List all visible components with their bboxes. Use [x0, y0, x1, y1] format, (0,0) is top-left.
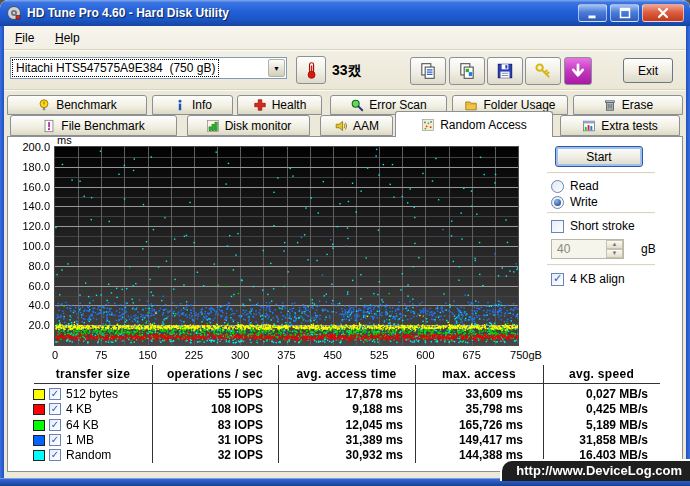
series-checkbox[interactable] — [49, 388, 61, 400]
menu-help[interactable]: Help — [50, 30, 85, 47]
x-tick-label: 75 — [79, 349, 123, 361]
max-access-value: 149,417 ms — [415, 433, 523, 447]
magnifier-icon — [350, 98, 364, 112]
series-color-swatch — [33, 435, 45, 446]
chevron-down-icon[interactable]: ▼ — [268, 59, 285, 77]
y-tick-label: 40.0 — [0, 299, 50, 311]
y-tick-label: 100.0 — [0, 240, 50, 252]
write-radio-label: Write — [570, 195, 598, 209]
drive-selector[interactable]: Hitachi HTS547575A9E384 (750 gB) ▼ — [10, 57, 287, 79]
temperature-button[interactable] — [296, 56, 326, 84]
close-button[interactable] — [642, 4, 684, 22]
y-axis-unit: ms — [57, 134, 72, 146]
series-checkbox[interactable] — [49, 434, 61, 446]
tab-label: Folder Usage — [483, 98, 555, 112]
tab-disk-monitor[interactable]: Disk monitor — [187, 115, 310, 136]
series-checkbox[interactable] — [49, 419, 61, 431]
app-window: HD Tune Pro 4.60 - Hard Disk Utility Fil… — [0, 0, 690, 486]
avg-speed-value: 0,425 MB/s — [543, 402, 648, 416]
tab-health[interactable]: Health — [237, 95, 322, 115]
tab-label: Random Access — [440, 118, 527, 132]
short-stroke-label: Short stroke — [570, 219, 635, 233]
max-access-value: 165,726 ms — [415, 418, 523, 432]
options-button[interactable] — [525, 57, 561, 85]
drive-selector-value: Hitachi HTS547575A9E384 (750 gB) — [13, 60, 218, 76]
health-cross-icon — [253, 98, 267, 112]
tab-label: Error Scan — [369, 98, 426, 112]
max-access-value: 33,609 ms — [415, 387, 523, 401]
scatter-plot-icon — [421, 118, 435, 132]
col-header-transfer-size: transfer size — [34, 367, 152, 381]
y-tick-label: 180.0 — [0, 161, 50, 173]
divider — [4, 49, 686, 51]
iops-value: 83 IOPS — [152, 418, 263, 432]
table-row-512-bytes: 512 bytes 55 IOPS 17,878 ms 33,609 ms 0,… — [0, 388, 690, 401]
series-label: 512 bytes — [66, 387, 118, 401]
avg-speed-value: 0,027 MB/s — [543, 387, 648, 401]
avg-speed-value: 31,858 MB/s — [543, 433, 648, 447]
y-tick-label: 20.0 — [0, 319, 50, 331]
read-radio[interactable] — [551, 180, 564, 193]
write-radio[interactable] — [551, 196, 564, 209]
save-button[interactable] — [487, 57, 523, 85]
series-label: 1 MB — [66, 433, 94, 447]
tab-label: Benchmark — [56, 98, 117, 112]
tab-random-access[interactable]: Random Access — [395, 111, 553, 137]
avg-access-value: 30,932 ms — [278, 448, 403, 462]
minimize-button[interactable] — [578, 4, 607, 22]
copy-text-button[interactable] — [410, 57, 446, 85]
x-tick-label: 0 — [33, 349, 77, 361]
app-icon — [6, 5, 22, 21]
write-radio-row[interactable]: Write — [551, 195, 598, 209]
iops-value: 108 IOPS — [152, 402, 263, 416]
table-row-4-kb: 4 KB 108 IOPS 9,188 ms 35,798 ms 0,425 M… — [0, 403, 690, 416]
menu-file[interactable]: File — [10, 30, 39, 47]
series-checkbox[interactable] — [49, 449, 61, 461]
col-header-avg-access: avg. access time — [278, 367, 415, 381]
window-title: HD Tune Pro 4.60 - Hard Disk Utility — [27, 6, 229, 20]
short-stroke-row[interactable]: Short stroke — [551, 219, 635, 233]
x-tick-label: 225 — [172, 349, 216, 361]
series-color-swatch — [33, 450, 45, 461]
short-stroke-checkbox[interactable] — [551, 220, 564, 233]
tab-aam[interactable]: AAM — [320, 115, 393, 136]
exit-button[interactable]: Exit — [623, 58, 673, 83]
avg-access-value: 31,389 ms — [278, 433, 403, 447]
tab-label: AAM — [353, 119, 379, 133]
devicelog-watermark: http://www.DeviceLog.com — [500, 459, 690, 481]
col-header-avg-speed: avg. speed — [543, 367, 660, 381]
bar-chart-icon — [206, 119, 220, 133]
y-tick-label: 80.0 — [0, 260, 50, 272]
info-icon — [173, 98, 187, 112]
capture-button[interactable] — [564, 57, 592, 85]
kb-align-row[interactable]: 4 KB align — [551, 272, 625, 286]
tab-file-benchmark[interactable]: File Benchmark — [10, 115, 177, 136]
y-tick-label: 160.0 — [0, 181, 50, 193]
kb-align-checkbox[interactable] — [551, 273, 564, 286]
avg-speed-value: 5,189 MB/s — [543, 418, 648, 432]
tab-extra-tests[interactable]: Extra tests — [560, 115, 680, 136]
series-checkbox[interactable] — [49, 403, 61, 415]
start-button[interactable]: Start — [555, 146, 643, 167]
spinner-up-icon[interactable]: ▲ — [606, 240, 623, 249]
scatter-canvas — [55, 147, 518, 345]
short-stroke-unit: gB — [641, 242, 656, 256]
divider — [547, 172, 655, 174]
temperature-value: 33캤 — [332, 62, 362, 80]
maximize-icon — [617, 5, 633, 21]
tab-benchmark[interactable]: Benchmark — [7, 95, 147, 115]
tab-label: Extra tests — [601, 119, 658, 133]
table-header-underline — [34, 383, 660, 384]
copy-image-button[interactable] — [449, 57, 485, 85]
x-tick-label: 150 — [126, 349, 170, 361]
spinner-buttons[interactable]: ▲ ▼ — [606, 240, 623, 258]
col-header-operations: operations / sec — [152, 367, 278, 381]
tab-erase[interactable]: Erase — [573, 95, 683, 115]
maximize-button[interactable] — [610, 4, 639, 22]
y-tick-label: 120.0 — [0, 220, 50, 232]
read-radio-row[interactable]: Read — [551, 179, 599, 193]
spinner-down-icon[interactable]: ▼ — [606, 249, 623, 258]
tab-label: Health — [272, 98, 307, 112]
tab-info[interactable]: Info — [152, 95, 233, 115]
table-row-1-mb: 1 MB 31 IOPS 31,389 ms 149,417 ms 31,858… — [0, 434, 690, 447]
